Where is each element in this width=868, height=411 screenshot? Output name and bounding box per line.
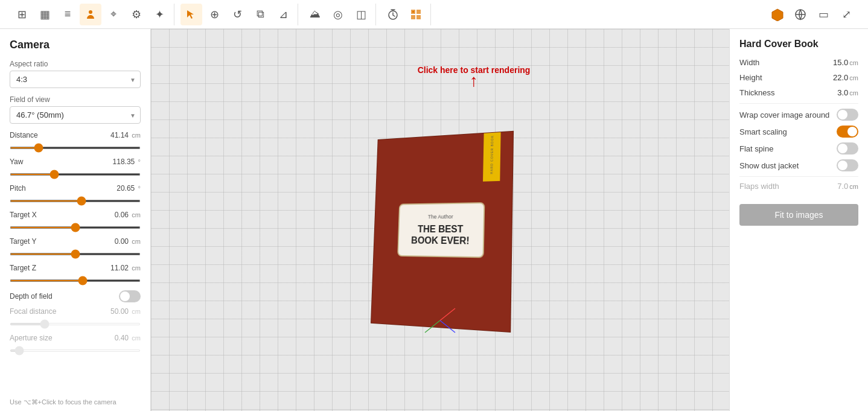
book-ribbon: HARD COVER BOOK bbox=[483, 132, 501, 182]
svg-point-0 bbox=[89, 10, 92, 14]
targetx-value: 0.06 cm bbox=[115, 211, 141, 219]
book-3d-wrapper: HARD COVER BOOK The Author THE BEST BOOK… bbox=[368, 133, 512, 327]
targety-slider[interactable] bbox=[10, 253, 141, 255]
select-tool[interactable] bbox=[180, 4, 202, 25]
targetx-label: Target X bbox=[10, 211, 37, 219]
targety-label: Target Y bbox=[10, 237, 36, 246]
aspect-ratio-select[interactable]: 4:3 16:9 1:1 3:2 bbox=[10, 71, 141, 88]
yaw-slider-container: Yaw 118.35 ° bbox=[10, 158, 141, 178]
height-prop-value: 22.0 cm bbox=[833, 73, 858, 82]
pitch-label: Pitch bbox=[10, 184, 26, 193]
object3d-btn[interactable] bbox=[767, 4, 788, 25]
dust-jacket-toggle-row: Show dust jacket bbox=[739, 159, 858, 171]
yaw-slider[interactable] bbox=[10, 173, 141, 176]
add-object-btn[interactable]: ⊞ bbox=[11, 4, 33, 25]
yaw-label: Yaw bbox=[10, 158, 23, 166]
target-btn[interactable]: ◎ bbox=[327, 4, 349, 25]
wrap-cover-toggle[interactable] bbox=[837, 109, 858, 121]
rotate-tool[interactable]: ↺ bbox=[226, 4, 248, 25]
book-title: THE BEST BOOK EVER! bbox=[405, 223, 476, 246]
targetx-slider-container: Target X 0.06 cm bbox=[10, 211, 141, 231]
dof-toggle[interactable] bbox=[119, 290, 141, 302]
targety-value: 0.00 cm bbox=[115, 237, 141, 246]
thickness-prop-row: Thickness 3.0 cm bbox=[739, 88, 858, 97]
flat-spine-toggle[interactable] bbox=[837, 142, 858, 155]
svg-line-8 bbox=[425, 320, 440, 333]
viewport[interactable]: Click here to start rendering ↑ HARD COV… bbox=[151, 29, 729, 411]
render-arrow-icon: ↑ bbox=[470, 72, 478, 89]
prop-divider-2 bbox=[739, 176, 858, 177]
render-hint-container: Click here to start rendering ↑ bbox=[418, 65, 531, 89]
width-prop-value: 15.0 cm bbox=[833, 58, 858, 67]
svg-line-6 bbox=[440, 308, 455, 320]
aperture-label: Aperture size bbox=[10, 334, 53, 342]
book-label: The Author THE BEST BOOK EVER! bbox=[397, 202, 485, 258]
ribbon-text: HARD COVER BOOK bbox=[490, 135, 494, 174]
timer-btn[interactable] bbox=[382, 4, 404, 25]
toolbar: ⊞ ▦ ≡ ⌖ ⚙ ✦ ⊕ ↺ ⧉ ⊿ ⛰ ◎ ◫ bbox=[0, 0, 868, 29]
move-tool[interactable]: ⊕ bbox=[203, 4, 225, 25]
canvas-btn[interactable]: ◫ bbox=[350, 4, 372, 25]
prop-divider-1 bbox=[739, 103, 858, 104]
flaps-width-row: Flaps width 7.0 cm bbox=[739, 182, 858, 191]
wrap-cover-toggle-row: Wrap cover image around bbox=[739, 109, 858, 121]
left-panel: Camera Aspect ratio 4:3 16:9 1:1 3:2 ▼ F… bbox=[0, 29, 151, 411]
effects-btn[interactable]: ✦ bbox=[148, 4, 170, 25]
targetx-slider[interactable] bbox=[10, 226, 141, 229]
focal-value: 50.00 cm bbox=[110, 307, 141, 316]
fit-to-images-button[interactable]: Fit to images bbox=[739, 204, 858, 226]
focal-slider-container: Focal distance 50.00 cm bbox=[10, 307, 141, 328]
dust-jacket-toggle[interactable] bbox=[837, 159, 858, 171]
width-prop-name: Width bbox=[739, 58, 759, 67]
aperture-value: 0.40 cm bbox=[115, 334, 141, 342]
targetz-label: Target Z bbox=[10, 264, 36, 272]
wrap-cover-label: Wrap cover image around bbox=[739, 110, 829, 119]
height-prop-name: Height bbox=[739, 73, 762, 82]
toolbar-group-main: ⊞ ▦ ≡ ⌖ ⚙ ✦ bbox=[7, 4, 174, 25]
scale-tool[interactable]: ⧉ bbox=[249, 4, 271, 25]
focus-btn[interactable]: ⌖ bbox=[103, 4, 124, 25]
expand-btn[interactable]: ⤢ bbox=[835, 4, 857, 25]
smart-scaling-toggle-row: Smart scaling bbox=[739, 126, 858, 138]
scene-btn[interactable] bbox=[790, 4, 811, 25]
distance-value: 41.14 cm bbox=[110, 131, 141, 139]
frame-btn[interactable]: ▭ bbox=[812, 4, 834, 25]
fov-select[interactable]: 46.7° (50mm) 39.6° (60mm) 63.4° (35mm) bbox=[10, 106, 141, 124]
fov-label: Field of view bbox=[10, 95, 141, 104]
main-layout: Camera Aspect ratio 4:3 16:9 1:1 3:2 ▼ F… bbox=[0, 29, 868, 411]
smart-scaling-toggle[interactable] bbox=[837, 126, 858, 138]
pitch-slider[interactable] bbox=[10, 200, 141, 202]
aspect-ratio-wrapper: 4:3 16:9 1:1 3:2 ▼ bbox=[10, 71, 141, 88]
pitch-slider-container: Pitch 20.65 ° bbox=[10, 184, 141, 205]
targetz-slider[interactable] bbox=[10, 279, 141, 282]
dof-toggle-row: Depth of field bbox=[10, 290, 141, 302]
flat-spine-label: Flat spine bbox=[739, 144, 773, 153]
distance-slider[interactable] bbox=[10, 147, 141, 149]
aspect-ratio-label: Aspect ratio bbox=[10, 60, 141, 68]
height-prop-row: Height 22.0 cm bbox=[739, 73, 858, 82]
toolbar-group-scene: ⛰ ◎ ◫ bbox=[301, 4, 376, 25]
svg-marker-1 bbox=[187, 10, 194, 19]
render-btn[interactable] bbox=[405, 4, 427, 25]
deform-tool[interactable]: ⊿ bbox=[272, 4, 294, 25]
menu-btn[interactable]: ≡ bbox=[57, 4, 78, 25]
axis-lines bbox=[422, 302, 458, 339]
pitch-value: 20.65 ° bbox=[116, 184, 141, 193]
thickness-prop-value: 3.0 cm bbox=[837, 88, 858, 97]
terrain-btn[interactable]: ⛰ bbox=[304, 4, 326, 25]
fov-wrapper: 46.7° (50mm) 39.6° (60mm) 63.4° (35mm) ▼ bbox=[10, 106, 141, 124]
right-panel: Hard Cover Book Width 15.0 cm Height 22.… bbox=[729, 29, 868, 411]
settings-btn[interactable]: ⚙ bbox=[126, 4, 147, 25]
character-btn[interactable] bbox=[80, 4, 101, 25]
grid-btn[interactable]: ▦ bbox=[34, 4, 56, 25]
book-author: The Author bbox=[406, 213, 476, 220]
dust-jacket-label: Show dust jacket bbox=[739, 161, 799, 170]
aperture-slider-container: Aperture size 0.40 cm bbox=[10, 334, 141, 354]
footer-hint: Use ⌥⌘+Click to focus the camera bbox=[10, 398, 116, 406]
toolbar-group-render bbox=[378, 4, 431, 25]
aperture-slider bbox=[10, 349, 141, 352]
focal-slider bbox=[10, 323, 141, 325]
flaps-width-label: Flaps width bbox=[739, 182, 779, 191]
focal-label: Focal distance bbox=[10, 307, 56, 316]
width-prop-row: Width 15.0 cm bbox=[739, 58, 858, 67]
